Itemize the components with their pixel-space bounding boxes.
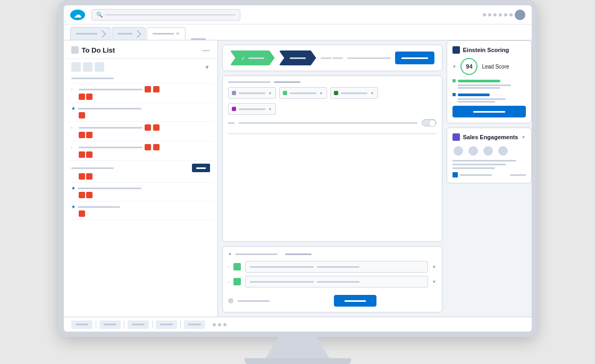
select-arrow-2: ▼ [320, 91, 323, 95]
sales-content [452, 160, 526, 169]
sub-badge [86, 132, 93, 138]
einstein-title: Einstein Scoring [463, 47, 509, 53]
item-text [79, 89, 143, 90]
sidebar-toolbar: ▼ [64, 59, 217, 75]
dot-1 [321, 57, 331, 59]
toolbar-btn-1[interactable] [71, 62, 81, 72]
step-active[interactable] [279, 50, 316, 65]
search-bar-content [105, 14, 236, 15]
panel-title [235, 253, 278, 255]
select-color-1 [232, 91, 236, 95]
select-label-4 [239, 108, 265, 110]
sub-badge [79, 112, 85, 118]
bottom-label-1 [76, 324, 88, 325]
expand-icon[interactable]: ▼ [228, 252, 232, 257]
list-item[interactable]: › [68, 83, 213, 103]
section-footer [228, 292, 437, 307]
item-badge [145, 124, 151, 131]
score-bar-1 [458, 80, 500, 82]
item-expand-icon: › [228, 280, 230, 284]
toolbar-btn-2[interactable] [83, 62, 93, 72]
step-done: ✓ [230, 50, 275, 65]
select-label-3 [341, 92, 367, 94]
star-icon: ★ [71, 106, 76, 111]
sales-icon [452, 133, 460, 141]
activity-action-btn[interactable] [395, 52, 434, 64]
select-color-4 [232, 107, 236, 111]
toolbar-btn-3[interactable] [95, 62, 104, 72]
step-label [248, 57, 264, 59]
bottom-label-4 [160, 324, 173, 325]
sales-title: Sales Engagements [463, 134, 518, 140]
bottom-item-1[interactable] [71, 320, 93, 329]
item-text [79, 127, 143, 129]
item-sub [71, 112, 210, 118]
action-label [401, 57, 428, 59]
sidebar-collapse-icon[interactable]: — [203, 46, 210, 54]
nav-tab-3[interactable]: ✕ [147, 27, 186, 40]
bottom-item-4[interactable] [156, 320, 177, 329]
nav-tab-1[interactable] [70, 27, 111, 40]
monitor-stand [266, 337, 330, 358]
search-bar[interactable]: 🔍 [91, 9, 240, 21]
einstein-panel-header: Einstein Scoring [452, 46, 526, 54]
dot-2 [332, 57, 343, 59]
toggle-switch[interactable] [422, 119, 437, 126]
toolbar-dropdown-icon[interactable]: ▼ [205, 64, 210, 70]
sales-avatars [452, 145, 526, 157]
search-icon: 🔍 [96, 12, 103, 18]
list-item[interactable]: › [68, 122, 213, 141]
bottom-item-3[interactable] [128, 320, 149, 329]
list-item[interactable]: ★ [68, 183, 213, 201]
list-item[interactable]: ★ [68, 103, 213, 122]
sub-badge [86, 151, 93, 158]
sep-3 [152, 321, 153, 328]
bottom-dot-2 [218, 323, 221, 326]
todo-icon [71, 46, 79, 54]
sales-avatar-2 [467, 145, 479, 157]
list-item[interactable] [68, 161, 213, 183]
list-item[interactable]: › [68, 141, 213, 161]
edit-panel: ▼ ▼ ▼ [222, 75, 442, 242]
item-value [317, 266, 359, 268]
action-btn-text [473, 111, 505, 113]
bottom-item-2[interactable] [99, 320, 121, 329]
form-row-2: ▼ [228, 103, 437, 115]
salesforce-logo: ☁ [70, 10, 85, 20]
bottom-label-5 [188, 324, 201, 325]
select-field-4[interactable]: ▼ [228, 103, 276, 115]
item-sub [71, 173, 210, 180]
tab-3-close-icon[interactable]: ✕ [176, 31, 180, 36]
user-avatar[interactable] [515, 10, 525, 20]
top-bar: ☁ 🔍 [64, 5, 532, 24]
item-icon-2 [233, 278, 241, 285]
section-item-2[interactable]: › ▼ [228, 276, 437, 287]
bottom-item-5[interactable] [184, 320, 205, 329]
select-label-1 [239, 92, 265, 94]
item-badge [153, 124, 160, 131]
list-item[interactable]: ★ [68, 201, 213, 220]
monitor-wrapper: ☁ 🔍 [58, 0, 537, 364]
item-action-btn[interactable] [192, 164, 210, 172]
section-action-btn[interactable] [334, 295, 376, 307]
select-field-1[interactable]: ▼ [228, 87, 276, 99]
sales-collapse-icon[interactable]: ▼ [522, 135, 526, 140]
select-field-2[interactable]: ▼ [279, 87, 327, 99]
sales-link-icon [452, 172, 458, 177]
panel-subtitle-line [274, 81, 300, 83]
chevron-icon: › [71, 145, 77, 150]
sales-avatar-3 [482, 145, 494, 157]
score-expand-icon[interactable]: ▼ [452, 64, 457, 69]
bottom-panel-header: ▼ [228, 252, 437, 257]
select-field-3[interactable]: ▼ [330, 87, 378, 99]
section-item-1[interactable]: › ▼ [228, 261, 437, 273]
sidebar-items: › [64, 75, 217, 309]
einstein-action-btn[interactable] [452, 106, 526, 117]
bar-dot-2 [452, 93, 456, 96]
monitor-base [245, 358, 351, 364]
center-content: ✓ [218, 40, 447, 317]
list-item [68, 75, 213, 83]
sep-1 [96, 321, 96, 328]
nav-tab-2[interactable] [112, 27, 146, 40]
sub-badge [79, 210, 85, 217]
